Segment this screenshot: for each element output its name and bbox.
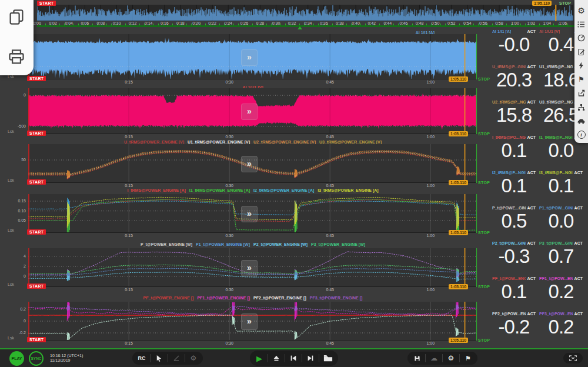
strip-header: PF_t@POWER_ENGINE []PF1_t@POWER_ENGINE [… — [28, 296, 477, 300]
expand-strip-button[interactable]: » — [241, 206, 258, 222]
expand-strip-button[interactable]: » — [241, 156, 258, 172]
event-tick — [379, 24, 380, 25]
fullscreen-icon[interactable] — [569, 355, 577, 362]
event-tick — [280, 24, 281, 25]
meter-row[interactable]: PF_t@POW...ENGINE []ACTPF1_t@POW...ENGIN… — [490, 276, 584, 311]
meter-value: 0.0 — [537, 211, 584, 232]
meter-row[interactable]: I_tRMS@PO...NGINE [A]ACTI1_tRMS@P...NGIN… — [490, 135, 584, 169]
rc-button[interactable]: RC — [138, 355, 146, 361]
lightning-icon[interactable] — [574, 59, 588, 73]
save-icon[interactable] — [413, 355, 421, 362]
meter-row[interactable]: U2_tRMS@P...NGINE [V]ACTU3_tRMS@P...NGIN… — [490, 100, 584, 134]
clock-time: 10:16:12 (UTC+1) — [50, 353, 83, 358]
overview-tick-label: 0:20 — [192, 21, 201, 25]
event-tick — [365, 24, 366, 25]
open-folder-icon[interactable] — [323, 354, 333, 362]
x-tick-label: 0:45 — [326, 80, 334, 84]
share-icon[interactable] — [574, 86, 588, 101]
overview-tick-label: 1:00 — [511, 21, 519, 25]
strip-start-badge: START — [27, 337, 46, 342]
event-tick — [205, 24, 206, 25]
y-tick-label: 0 — [0, 319, 26, 323]
strip-start-badge: START — [27, 179, 46, 185]
event-tick — [478, 24, 479, 25]
strip-start-badge: START — [27, 229, 46, 235]
overview-tick-label: 0:38 — [336, 21, 344, 25]
left-scale-label: Lsk — [8, 228, 14, 232]
replay-play-icon[interactable]: ▶ — [255, 354, 263, 363]
expand-strip-button[interactable]: » — [241, 104, 258, 120]
channel-label: I1_tRMS@POWER_ENGINE [A] — [189, 188, 250, 192]
list-icon[interactable] — [574, 18, 588, 32]
meter-row[interactable]: AI 1/I1 [A]ACTAI 1/U1 [V]ACT-0.00.4 — [490, 29, 584, 64]
skip-forward-icon[interactable] — [306, 354, 315, 362]
settings-tool-icon[interactable]: ⚙ — [189, 354, 198, 362]
expand-strip-button[interactable]: » — [241, 260, 258, 276]
gauge-icon[interactable] — [574, 31, 588, 45]
x-tick-label: 0:30 — [225, 80, 233, 84]
strip-cursor-badge: 1:05.110 — [449, 284, 468, 289]
meter-channel-name: I3_tRMS@P...NGINE [A] — [539, 171, 573, 175]
x-tick-label: 0:45 — [326, 341, 334, 345]
overview-tick-label: 0:30 — [272, 21, 280, 25]
meter-row[interactable]: I2_tRMS@P...NGINE [A]ACTI3_tRMS@P...NGIN… — [490, 171, 584, 205]
strip-start-badge: START — [27, 76, 46, 81]
y-tick-label: 0.05 — [0, 218, 26, 222]
network-icon[interactable] — [574, 101, 588, 115]
pointer-tool-icon[interactable] — [155, 354, 163, 363]
info-icon[interactable]: i — [574, 128, 588, 142]
measure-tool-icon[interactable] — [172, 354, 181, 362]
pages-icon[interactable] — [8, 8, 25, 28]
x-tick-label: 1:00 — [426, 135, 435, 139]
flag-icon[interactable]: ⚑ — [574, 73, 588, 87]
channel-label: U2_tRMS@POWER_ENGINE [V] — [253, 140, 316, 144]
expand-strip-button[interactable]: » — [241, 49, 258, 66]
clock-display: 10:16:12 (UTC+1) 11/13/2019 — [50, 353, 83, 363]
meter-act-label: ACT — [527, 312, 536, 316]
meter-values: -0.30.7 — [490, 246, 584, 267]
channel-label: I3_tRMS@POWER_ENGINE [A] — [318, 188, 378, 192]
meter-act-label: ACT — [574, 206, 583, 210]
event-tick — [92, 24, 93, 25]
export-settings-icon[interactable]: ⚙ — [447, 354, 455, 362]
meter-labels: P_t@POWE...GINE [W]ACTP1_t@POW...GINE [W… — [490, 206, 584, 210]
meter-row[interactable]: PF2_t@POW...ENGINE []ACTPF3_t@POW...ENGI… — [490, 312, 584, 346]
report-icon[interactable] — [574, 45, 588, 59]
meter-row[interactable]: P_t@POWE...GINE [W]ACTP1_t@POW...GINE [W… — [490, 206, 584, 240]
cloud-icon[interactable]: ☁ — [430, 354, 438, 362]
strip-start-badge: START — [27, 283, 46, 289]
expand-strip-button[interactable]: » — [241, 313, 258, 330]
meter-values: 0.10.1 — [490, 175, 584, 196]
meter-value: 0.5 — [490, 211, 537, 232]
strip-cursor-badge: 1:05.110 — [449, 131, 468, 136]
play-mode-badge[interactable]: PLAY — [9, 351, 24, 366]
car-icon[interactable] — [574, 114, 588, 128]
event-tick — [539, 24, 540, 25]
sync-mode-badge[interactable]: SYNC — [29, 351, 44, 366]
overview-waveform[interactable] — [37, 5, 573, 21]
progress-marker[interactable] — [298, 26, 302, 29]
overview-tick-label: 0:48 — [416, 21, 424, 25]
event-tick — [238, 24, 239, 25]
right-icon-rail: ⚙⚑i — [574, 0, 588, 143]
x-tick-label: 1:00 — [426, 341, 435, 345]
meter-values: 0.50.0 — [490, 211, 584, 232]
meter-labels: U2_tRMS@P...NGINE [V]ACTU3_tRMS@P...NGIN… — [490, 100, 584, 104]
overview-tick-label: 0:36 — [320, 21, 328, 25]
event-tick — [393, 24, 394, 25]
meter-row[interactable]: U_tRMS@P...GINE [V]ACTU1_tRMS@P...NGINE … — [490, 65, 584, 99]
meter-act-label: ACT — [527, 65, 536, 69]
overview-waveform-svg[interactable] — [37, 5, 573, 21]
meter-act-label: ACT — [527, 29, 536, 34]
gear-icon[interactable]: ⚙ — [574, 4, 588, 18]
channel-label: P_t@POWER_ENGINE [W] — [141, 242, 192, 246]
channel-label: U_tRMS@POWER_ENGINE [V] — [124, 140, 184, 144]
meter-row[interactable]: P2_t@POW...GINE [W]ACTP3_t@POW...GINE [W… — [490, 241, 584, 275]
printer-icon[interactable] — [8, 48, 25, 68]
eject-icon[interactable] — [272, 354, 280, 362]
meter-channel-name: PF3_t@POW...ENGINE [] — [539, 312, 573, 316]
event-flag-icon[interactable]: ⚑ — [464, 355, 472, 362]
meter-labels: PF2_t@POW...ENGINE []ACTPF3_t@POW...ENGI… — [490, 312, 584, 316]
overview-tick-label: 1:02 — [527, 21, 535, 25]
skip-back-icon[interactable] — [289, 354, 298, 362]
